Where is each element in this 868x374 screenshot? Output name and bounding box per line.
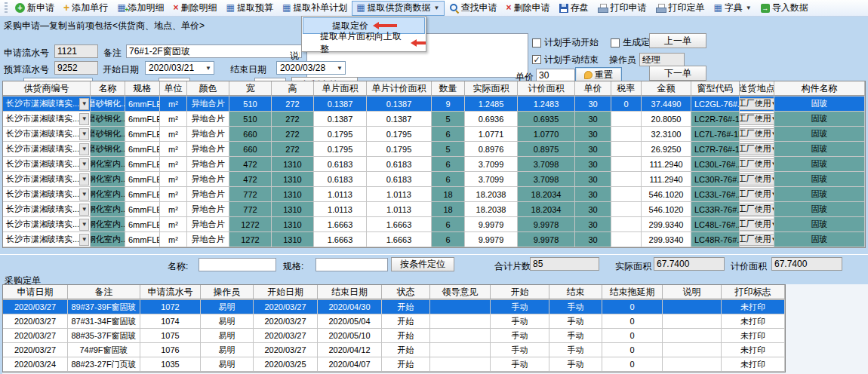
cell[interactable]: 长沙市潇湘玻璃实...▼ — [3, 202, 91, 216]
filter-spec-input[interactable] — [315, 258, 388, 271]
order-row[interactable]: 2020/03/2488#23-27F门页玻1035易明2020/03/2520… — [3, 357, 785, 372]
column-header[interactable]: 构件名称 — [774, 81, 865, 96]
column-header[interactable]: 状态 — [382, 285, 430, 299]
column-header[interactable]: 结束拖延期 — [602, 285, 663, 299]
chevron-down-icon[interactable]: ▼ — [79, 143, 89, 155]
column-header[interactable]: 说明 — [663, 285, 722, 299]
toolbar-button-extract-grid[interactable]: ▦提取预算 — [222, 1, 278, 16]
order-row[interactable]: 2020/03/2787#31-34F窗固玻1074易明2020/03/2720… — [3, 314, 785, 329]
table-row[interactable]: 长沙市潇湘玻璃实...▼磨砂钢化...6mmFLE...m²异地合片660272… — [3, 142, 865, 157]
column-header[interactable]: 颜色 — [187, 81, 229, 96]
column-header[interactable]: 高 — [272, 81, 314, 96]
budget-input[interactable] — [54, 61, 98, 75]
column-header[interactable]: 开始 — [491, 285, 549, 299]
table-row[interactable]: 长沙市潇湘玻璃实...▼钢化室内...6mmFLE...m²异地合片127213… — [3, 217, 865, 232]
remark-input[interactable] — [126, 44, 302, 58]
table-row[interactable]: 长沙市潇湘玻璃实...▼磨砂钢化...6mmFLE...m²异地合片510272… — [3, 97, 865, 112]
column-header[interactable]: 单片面积 — [314, 81, 367, 96]
table-row[interactable]: 长沙市潇湘玻璃实...▼钢化室内...6mmFLE...m²异地合片127213… — [3, 232, 865, 247]
column-header[interactable]: 宽 — [229, 81, 272, 96]
chevron-down-icon[interactable]: ▼ — [79, 98, 89, 110]
cell[interactable]: 长沙市潇湘玻璃实...▼ — [3, 172, 91, 186]
column-header[interactable]: 计价面积 — [518, 81, 575, 96]
locate-by-condition-button[interactable]: 按条件定位 — [391, 257, 454, 271]
toolbar-button-printer[interactable]: 打印申请 — [593, 1, 651, 16]
column-header[interactable]: 开始日期 — [254, 285, 318, 299]
table-row[interactable]: 长沙市潇湘玻璃实...▼磨砂钢化...6mmFLE...m²异地合片660272… — [3, 127, 865, 142]
column-header[interactable]: 备注 — [68, 285, 140, 299]
toolbar-button-delete-x[interactable]: ×删除明细 — [169, 1, 222, 16]
serial-input[interactable] — [54, 44, 98, 58]
filter-name-input[interactable] — [199, 258, 276, 271]
delivery-location-dropdown[interactable]: 工厂使用▼ — [740, 158, 774, 170]
column-header[interactable]: 申请流水号 — [140, 285, 201, 299]
toolbar-button-add-detail-grid[interactable]: ▦添加明细 — [112, 1, 168, 16]
column-header[interactable]: 申请日期 — [3, 285, 68, 299]
delivery-location-dropdown[interactable]: 工厂使用▼ — [740, 128, 774, 140]
chevron-down-icon[interactable]: ▼ — [79, 158, 89, 170]
delivery-location-dropdown[interactable]: 工厂使用▼ — [740, 143, 774, 155]
table-row[interactable]: 长沙市潇湘玻璃实...▼钢化室内...6mmFLE...m²异地合片772131… — [3, 187, 865, 202]
column-header[interactable]: 窗型代码 — [691, 81, 740, 96]
menu-item[interactable]: 提取单片面积向上取整 — [302, 35, 426, 51]
column-header[interactable]: 名称 — [91, 81, 125, 96]
toolbar-button-printer[interactable]: 打印定单 — [651, 1, 709, 16]
column-header[interactable]: 领导意见 — [430, 285, 491, 299]
delivery-location-dropdown[interactable]: 工厂使用▼ — [740, 219, 774, 231]
chevron-down-icon[interactable]: ▼ — [79, 204, 89, 216]
column-header[interactable]: 单价 — [575, 81, 611, 96]
start-date-select[interactable]: 2020/03/21▼ — [145, 61, 214, 75]
toolbar-button-search[interactable]: 查找申请 — [445, 1, 502, 16]
table-row[interactable]: 长沙市潇湘玻璃实...▼钢化室内...6mmFLE...m²异地合片772131… — [3, 202, 865, 217]
toolbar-button-import-data[interactable]: →导入数据 — [756, 1, 813, 16]
toolbar-button-add-row-plus[interactable]: +添加单行 — [59, 1, 112, 16]
next-order-button[interactable]: 下一单 — [649, 66, 706, 81]
chevron-down-icon[interactable]: ▼ — [79, 128, 89, 140]
cell[interactable]: 长沙市潇湘玻璃实...▼ — [3, 112, 91, 126]
end-date-select[interactable]: 2020/03/28▼ — [276, 61, 346, 75]
column-header[interactable]: 结束日期 — [318, 285, 382, 299]
column-header[interactable]: 税率 — [611, 81, 642, 96]
delivery-location-dropdown[interactable]: 工厂使用▼ — [740, 113, 774, 125]
cell[interactable]: 长沙市潇湘玻璃实...▼ — [3, 142, 91, 156]
toolbar-button-delete-x[interactable]: ×删除申请 — [502, 1, 555, 16]
column-header[interactable]: 单片计价面积 — [367, 81, 432, 96]
chevron-down-icon[interactable]: ▼ — [79, 113, 89, 125]
chevron-down-icon[interactable]: ▼ — [79, 189, 89, 201]
column-header[interactable]: 送货地点 — [740, 81, 774, 96]
cell[interactable]: 长沙市潇湘玻璃实...▼ — [3, 157, 91, 171]
cell[interactable]: 长沙市潇湘玻璃实...▼ — [3, 97, 91, 111]
column-header[interactable]: 规格 — [125, 81, 160, 96]
reset-button[interactable]: 重置 — [575, 67, 622, 82]
column-header[interactable]: 操作员 — [201, 285, 254, 299]
column-header[interactable]: 数量 — [432, 81, 465, 96]
column-header[interactable]: 金额 — [642, 81, 691, 96]
order-row[interactable]: 2020/03/2774#9F窗固玻1076易明2020/03/272020/0… — [3, 343, 785, 357]
toolbar-button-extract-grid[interactable]: ▦提取补单计划 — [278, 1, 352, 16]
toolbar-button-dict-grid[interactable]: ▦字典▼ — [709, 1, 756, 16]
table-row[interactable]: 长沙市潇湘玻璃实...▼钢化室内...6mmFLE...m²异地合片472131… — [3, 157, 865, 172]
delivery-location-dropdown[interactable]: 工厂使用▼ — [740, 189, 774, 201]
cell[interactable]: 长沙市潇湘玻璃实...▼ — [3, 127, 91, 141]
delivery-location-dropdown[interactable]: 工厂使用▼ — [740, 98, 774, 110]
delivery-location-dropdown[interactable]: 工厂使用▼ — [740, 234, 774, 246]
operator-input[interactable] — [639, 53, 685, 66]
delivery-location-dropdown[interactable]: 工厂使用▼ — [740, 173, 774, 185]
delivery-location-dropdown[interactable]: 工厂使用▼ — [740, 204, 774, 216]
toolbar-button-new-plus[interactable]: +新申请 — [11, 1, 59, 16]
order-row[interactable]: 2020/03/2789#37-39F窗固玻1072易明2020/03/2720… — [3, 300, 785, 314]
chevron-down-icon[interactable]: ▼ — [79, 173, 89, 185]
chevron-down-icon[interactable]: ▼ — [79, 219, 89, 231]
table-row[interactable]: 长沙市潇湘玻璃实...▼钢化室内...6mmFLE...m²异地合片472131… — [3, 172, 865, 187]
plan-manual-start-checkbox[interactable] — [532, 38, 541, 48]
toolbar-button-extract-grid[interactable]: ▦提取供货商数据▼ — [352, 1, 444, 16]
column-header[interactable]: 结束 — [549, 285, 602, 299]
toolbar-button-save-disk[interactable]: 存盘 — [555, 1, 593, 16]
cell[interactable]: 长沙市潇湘玻璃实...▼ — [3, 187, 91, 201]
cell[interactable]: 长沙市潇湘玻璃实...▼ — [3, 217, 91, 231]
prev-order-button[interactable]: 上一单 — [649, 33, 706, 48]
column-header[interactable]: 打印标志 — [722, 285, 785, 299]
column-header[interactable]: 单位 — [160, 81, 187, 96]
column-header[interactable]: 供货商编号 — [3, 81, 91, 96]
chevron-down-icon[interactable]: ▼ — [79, 234, 89, 246]
